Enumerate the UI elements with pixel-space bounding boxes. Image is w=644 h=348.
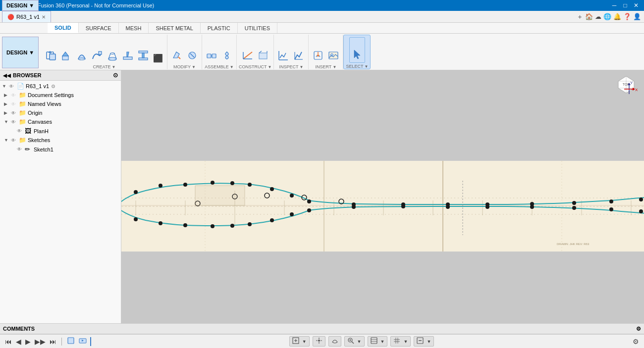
- insert-btn-1[interactable]: [311, 38, 325, 63]
- new-tab-button[interactable]: ＋: [577, 12, 583, 21]
- zoom-button[interactable]: [346, 337, 355, 346]
- fit-arrow-icon[interactable]: ▼: [301, 339, 308, 344]
- tree-item-named-views[interactable]: ▶ 👁 📁 Named Views: [0, 99, 121, 108]
- grid-button[interactable]: [392, 337, 401, 346]
- cloud-button[interactable]: ☁: [595, 13, 601, 20]
- root-settings-icon[interactable]: ⚙: [51, 84, 55, 89]
- tab-plastic-label: PLASTIC: [208, 25, 230, 31]
- display-mode-arrow-icon[interactable]: ▼: [379, 339, 386, 344]
- restore-button[interactable]: □: [621, 2, 629, 9]
- playback-controls: ⏮ ◀ ▶ ▶▶ ⏭: [4, 337, 92, 346]
- expand-icon-root: ▼: [2, 84, 8, 89]
- visibility-icon-doc-settings[interactable]: 👁: [11, 93, 18, 98]
- revolve-button[interactable]: [74, 38, 89, 63]
- select-btn-1[interactable]: [349, 37, 365, 63]
- design-mode-button[interactable]: DESIGN ▼: [2, 37, 39, 68]
- display-mode-button[interactable]: [370, 337, 378, 346]
- snap-arrow-icon[interactable]: ▼: [426, 339, 432, 344]
- extrude-button[interactable]: [59, 38, 74, 63]
- visibility-icon-root[interactable]: 👁: [9, 84, 16, 89]
- playback-end-button[interactable]: ⏭: [49, 338, 57, 346]
- tab-close-button[interactable]: ✕: [42, 14, 46, 20]
- insert-btn-2[interactable]: [326, 38, 341, 63]
- bottom-settings-icon[interactable]: ⚙: [632, 338, 640, 346]
- sketch-canvas-area[interactable]: PLAN VIEW SCALE 1:100 DRAWN: JHK REV: R6…: [121, 160, 644, 252]
- tab-solid[interactable]: SOLID: [48, 23, 79, 33]
- expand-icon-named-views: ▶: [4, 101, 10, 106]
- playback-next-button[interactable]: ▶▶: [34, 338, 47, 346]
- avatar-button[interactable]: 👤: [633, 13, 641, 20]
- comments-settings-icon[interactable]: ⚙: [636, 326, 641, 332]
- orbit-button[interactable]: [330, 337, 339, 346]
- globe-button[interactable]: 🌐: [603, 13, 611, 20]
- close-button[interactable]: ✕: [632, 2, 640, 9]
- new-component-button[interactable]: [44, 38, 58, 63]
- tab-utilities[interactable]: UTILITIES: [238, 23, 277, 33]
- construct-btn-2[interactable]: [256, 38, 270, 63]
- visibility-icon-origin[interactable]: 👁: [11, 110, 18, 116]
- tab-plastic[interactable]: PLASTIC: [201, 23, 238, 33]
- tab-surface[interactable]: SURFACE: [79, 23, 119, 33]
- tree-item-planh[interactable]: 👁 🖼 PlanH: [0, 126, 121, 136]
- snap-button[interactable]: [416, 337, 425, 346]
- modify-btn-2[interactable]: [185, 38, 200, 63]
- tree-item-origin[interactable]: ▶ 👁 📁 Origin: [0, 108, 121, 117]
- svg-point-83: [290, 194, 294, 198]
- design-dropdown[interactable]: DESIGN ▼: [2, 0, 39, 11]
- playback-play-button[interactable]: ▶: [24, 338, 32, 346]
- tree-item-sketches[interactable]: ▼ 👁 📁 Sketches: [0, 136, 121, 145]
- playback-prev-button[interactable]: ◀: [15, 338, 22, 346]
- tree-item-sketch1[interactable]: 👁 ✏ Sketch1: [0, 145, 121, 154]
- view-cube[interactable]: TOP X Y: [614, 74, 638, 98]
- rib-button[interactable]: [120, 38, 135, 63]
- insert-icon-1: [313, 50, 323, 62]
- insert-group-label[interactable]: INSERT ▼: [316, 64, 337, 69]
- tree-item-root[interactable]: ▼ 👁 📄 R63_1 v1 ⚙: [0, 82, 121, 91]
- select-group-label[interactable]: SELECT ▼: [346, 64, 368, 69]
- assemble-btn-2[interactable]: [219, 38, 234, 63]
- construct-btn-1[interactable]: [240, 38, 255, 63]
- tree-item-canvases[interactable]: ▼ 👁 📁 Canvases: [0, 117, 121, 126]
- grid-arrow-icon[interactable]: ▼: [402, 339, 409, 344]
- timeline-camera-button[interactable]: [78, 337, 88, 346]
- inspect-btn-2[interactable]: [291, 38, 306, 63]
- tab-mesh[interactable]: MESH: [119, 23, 149, 33]
- timeline-keyframe-button[interactable]: [66, 337, 76, 346]
- svg-rect-21: [212, 54, 216, 58]
- svg-point-110: [530, 205, 534, 209]
- document-tab[interactable]: 🔴 R63_1 v1 ✕: [2, 11, 51, 22]
- visibility-icon-sketch1[interactable]: 👁: [17, 147, 24, 152]
- inspect-btn-1[interactable]: [276, 38, 291, 63]
- svg-point-84: [307, 199, 311, 203]
- modify-group-label[interactable]: MODIFY ▼: [173, 64, 196, 69]
- loft-button[interactable]: [105, 38, 120, 63]
- help-button[interactable]: ❓: [623, 13, 631, 20]
- create-group-label[interactable]: CREATE ▼: [93, 64, 116, 69]
- create-more-button[interactable]: ⬛: [151, 38, 165, 63]
- visibility-icon-sketches[interactable]: 👁: [11, 138, 18, 143]
- visibility-icon-named-views[interactable]: 👁: [11, 101, 18, 107]
- assemble-btn-1[interactable]: [204, 38, 219, 63]
- web-button[interactable]: [136, 38, 151, 63]
- visibility-icon-planh[interactable]: 👁: [17, 128, 24, 134]
- inspect-group-label[interactable]: INSPECT ▼: [279, 64, 303, 69]
- tree-item-doc-settings[interactable]: ▶ 👁 📁 Document Settings: [0, 91, 121, 99]
- browser-settings-icon[interactable]: ⊙: [113, 72, 118, 79]
- svg-rect-122: [195, 186, 245, 205]
- playback-start-button[interactable]: ⏮: [4, 338, 13, 346]
- home-button[interactable]: 🏠: [585, 13, 593, 20]
- construct-group-label[interactable]: CONSTRUCT ▼: [239, 64, 271, 69]
- visibility-icon-canvases[interactable]: 👁: [11, 119, 18, 125]
- tab-sheet-metal[interactable]: SHEET METAL: [149, 23, 200, 33]
- sweep-button[interactable]: [90, 38, 105, 63]
- fit-view-button[interactable]: [291, 337, 300, 346]
- pan-button[interactable]: [315, 337, 323, 346]
- minimize-button[interactable]: ─: [610, 2, 618, 9]
- construct-label: CONSTRUCT: [239, 64, 267, 69]
- viewport[interactable]: TOP X Y: [121, 70, 644, 323]
- modify-btn-1[interactable]: [169, 38, 184, 63]
- zoom-arrow-icon[interactable]: ▼: [356, 339, 363, 344]
- assemble-group-label[interactable]: ASSEMBLE ▼: [205, 64, 233, 69]
- browser-collapse-icon[interactable]: ◀◀: [3, 73, 11, 78]
- bell-button[interactable]: 🔔: [613, 13, 621, 20]
